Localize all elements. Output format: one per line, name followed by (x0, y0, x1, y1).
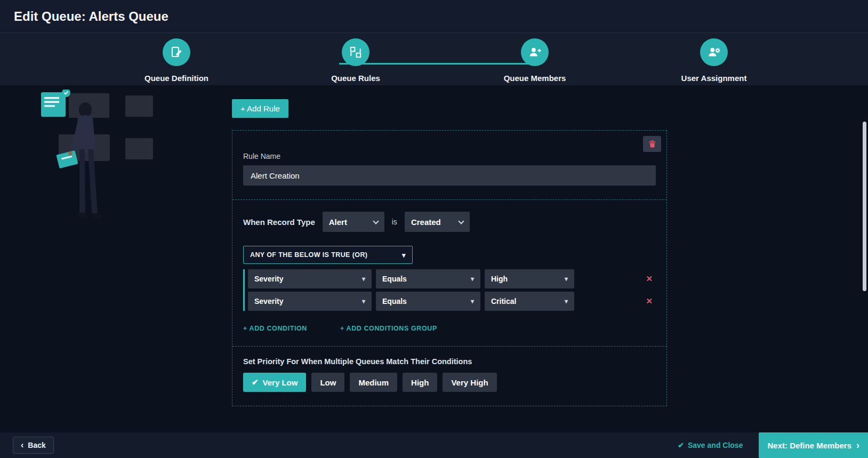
save-and-close-button[interactable]: ✔ Save and Close (678, 441, 743, 449)
remove-condition-button[interactable]: ✕ (646, 274, 653, 284)
delete-rule-button[interactable] (643, 136, 661, 152)
step-circle[interactable] (521, 38, 549, 66)
condition-field-value: Severity (254, 297, 283, 306)
window-header: Edit Queue: Alerts Queue (0, 0, 868, 33)
chevron-down-icon: ▾ (565, 298, 568, 305)
priority-label: Set Priority For When Multiple Queues Ma… (243, 357, 656, 366)
chevron-down-icon: ▾ (362, 275, 365, 283)
step-label: User Assignment (681, 74, 747, 83)
add-rule-button[interactable]: + Add Rule (232, 99, 288, 118)
swap-boxes-icon (349, 45, 363, 59)
check-icon: ✔ (678, 441, 684, 449)
wizard-stepper: Queue Definition Queue Rules (0, 33, 868, 85)
step-circle[interactable] (700, 38, 728, 66)
condition-row: Severity ▾ Equals ▾ High ▾ ✕ (248, 269, 656, 288)
record-event-value: Created (411, 218, 441, 227)
rules-area: + Add Rule Rule Name When Record T (232, 99, 667, 406)
priority-option-label: Very Low (263, 378, 298, 387)
condition-field-select[interactable]: Severity ▾ (248, 269, 372, 288)
step-user-assignment[interactable]: User Assignment (700, 38, 728, 83)
condition-group: Severity ▾ Equals ▾ High ▾ ✕ (243, 269, 656, 311)
chevron-down-icon: ▾ (402, 251, 406, 259)
priority-low-button[interactable]: Low (311, 373, 344, 392)
record-type-value: Alert (329, 218, 347, 227)
person-add-icon (528, 45, 542, 59)
priority-options: ✔ Very Low Low Medium High Very High (243, 373, 656, 392)
condition-operator-select[interactable]: Equals ▾ (376, 292, 480, 311)
step-circle[interactable] (342, 38, 369, 66)
main-content: + Add Rule Rule Name When Record T (0, 85, 868, 432)
step-circle[interactable] (163, 38, 190, 66)
chevron-right-icon: › (856, 440, 859, 450)
condition-actions: + ADD CONDITION + ADD CONDITIONS GROUP (243, 325, 656, 332)
condition-field-value: Severity (254, 275, 283, 283)
footer-bar: ‹ Back ✔ Save and Close Next: Define Mem… (0, 432, 868, 458)
page-title: Edit Queue: Alerts Queue (14, 9, 168, 24)
priority-option-label: Medium (358, 378, 389, 387)
rule-name-label: Rule Name (243, 152, 656, 160)
condition-group-operator-select[interactable]: ANY OF THE BELOW IS TRUE (OR) ▾ (243, 246, 413, 264)
record-type-select[interactable]: Alert (323, 212, 384, 232)
steps-wrap: Queue Definition Queue Rules (163, 38, 728, 83)
remove-condition-button[interactable]: ✕ (646, 296, 653, 306)
condition-value: Critical (491, 297, 516, 306)
when-record-type-label: When Record Type (243, 218, 315, 227)
condition-operator-select[interactable]: Equals ▾ (376, 269, 480, 288)
document-edit-icon (170, 45, 183, 59)
condition-row: Severity ▾ Equals ▾ Critical ▾ ✕ (248, 292, 656, 311)
chevron-down-icon: ▾ (471, 298, 474, 305)
add-conditions-group-button[interactable]: + ADD CONDITIONS GROUP (340, 325, 437, 332)
condition-operator-value: Equals (382, 275, 407, 283)
chevron-down-icon (373, 218, 379, 224)
rule-panel: Rule Name When Record Type Alert is Crea… (232, 130, 667, 406)
person-gear-icon (707, 45, 721, 59)
priority-section: Set Priority For When Multiple Queues Ma… (232, 347, 666, 406)
rule-name-input[interactable] (243, 165, 656, 186)
step-queue-definition[interactable]: Queue Definition (163, 38, 190, 83)
chevron-left-icon: ‹ (21, 441, 23, 449)
condition-value-select[interactable]: High ▾ (485, 269, 574, 288)
when-record-type-row: When Record Type Alert is Created (243, 212, 656, 232)
add-condition-button[interactable]: + ADD CONDITION (243, 325, 307, 332)
priority-option-label: High (411, 378, 429, 387)
rule-name-section: Rule Name (232, 131, 666, 199)
next-button-label: Next: Define Members (767, 441, 851, 450)
priority-medium-button[interactable]: Medium (350, 373, 397, 392)
back-button-label: Back (28, 441, 45, 449)
group-operator-value: ANY OF THE BELOW IS TRUE (OR) (250, 251, 367, 259)
step-queue-rules[interactable]: Queue Rules (342, 38, 369, 83)
check-icon: ✔ (252, 377, 259, 387)
chevron-down-icon (458, 218, 464, 224)
back-button[interactable]: ‹ Back (13, 437, 54, 454)
priority-option-label: Very High (451, 378, 488, 387)
is-label: is (392, 218, 397, 226)
priority-option-label: Low (320, 378, 336, 387)
condition-value: High (491, 275, 508, 283)
record-event-select[interactable]: Created (405, 212, 470, 232)
trash-icon (648, 140, 656, 148)
chevron-down-icon: ▾ (565, 275, 568, 283)
condition-operator-value: Equals (382, 297, 407, 306)
save-and-close-label: Save and Close (688, 441, 743, 449)
priority-high-button[interactable]: High (403, 373, 437, 392)
step-queue-members[interactable]: Queue Members (521, 38, 549, 83)
priority-very-low-button[interactable]: ✔ Very Low (243, 373, 306, 392)
priority-very-high-button[interactable]: Very High (443, 373, 496, 392)
chevron-down-icon: ▾ (471, 275, 474, 283)
condition-field-select[interactable]: Severity ▾ (248, 292, 372, 311)
step-label: Queue Definition (144, 74, 208, 83)
step-label: Queue Members (504, 74, 566, 83)
condition-value-select[interactable]: Critical ▾ (485, 292, 574, 311)
next-define-members-button[interactable]: Next: Define Members › (759, 432, 868, 458)
chevron-down-icon: ▾ (362, 298, 365, 305)
vertical-scrollbar[interactable] (863, 122, 866, 291)
conditions-section: When Record Type Alert is Created ANY OF… (232, 200, 666, 346)
step-label: Queue Rules (331, 74, 380, 83)
illustration (38, 90, 161, 231)
